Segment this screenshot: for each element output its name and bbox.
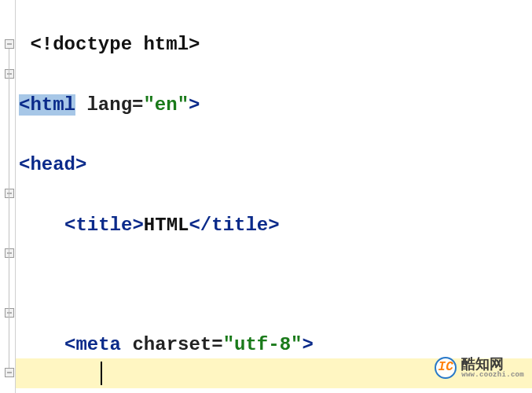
doctype: <!doctype html> bbox=[30, 34, 200, 55]
text-caret bbox=[101, 362, 102, 385]
tag-html: html bbox=[30, 94, 75, 116]
watermark-main: 酷知网 bbox=[461, 358, 524, 372]
attr-val-en: "en" bbox=[143, 94, 189, 116]
attr-val-utf8: "utf-8" bbox=[223, 334, 303, 355]
attr-lang: lang bbox=[86, 94, 132, 116]
code-line: <html lang="en"> bbox=[19, 90, 532, 120]
fold-icon[interactable] bbox=[5, 368, 14, 377]
fold-icon[interactable] bbox=[5, 248, 14, 258]
code-line: <head> bbox=[19, 150, 532, 180]
attr-charset: charset bbox=[132, 334, 211, 355]
code-line: <!doctype html> bbox=[19, 30, 532, 60]
watermark-logo-icon: IC bbox=[435, 357, 457, 379]
fold-icon[interactable] bbox=[5, 308, 14, 318]
tag-meta: meta bbox=[75, 334, 121, 355]
tag-title-close: title bbox=[211, 215, 268, 236]
code-editor-content[interactable]: <!doctype html> <html lang="en"> <head> … bbox=[19, 0, 532, 393]
watermark-url: www.coozhi.com bbox=[461, 372, 524, 379]
fold-icon[interactable] bbox=[5, 189, 14, 198]
tag-title: title bbox=[75, 215, 132, 236]
watermark: IC 酷知网 www.coozhi.com bbox=[435, 357, 524, 379]
title-text: HTML bbox=[144, 215, 189, 236]
editor-gutter bbox=[0, 0, 16, 393]
fold-icon[interactable] bbox=[5, 69, 14, 79]
fold-icon[interactable] bbox=[5, 39, 14, 49]
code-line bbox=[19, 270, 532, 300]
code-line: <title>HTML</title> bbox=[19, 211, 532, 241]
code-line: <meta charset="utf-8"> bbox=[19, 330, 532, 360]
tag-head: head bbox=[30, 154, 75, 175]
